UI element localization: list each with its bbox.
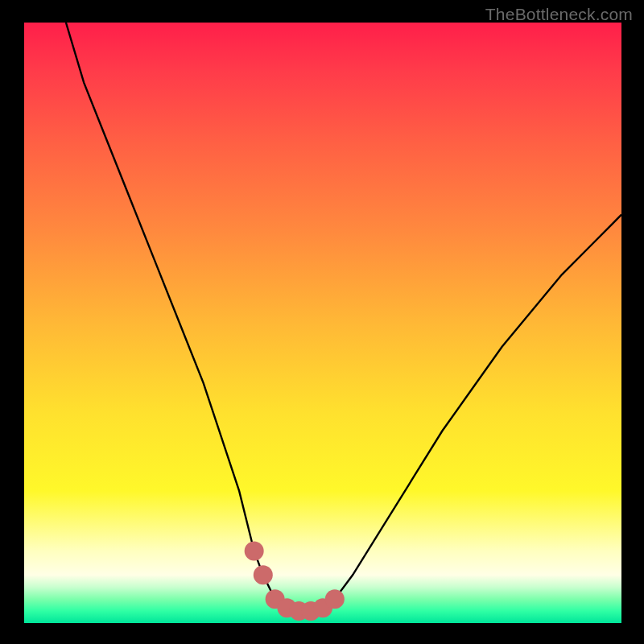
marker-dot — [325, 589, 345, 609]
marker-group — [245, 541, 345, 621]
bottleneck-curve — [66, 23, 621, 611]
watermark-text: TheBottleneck.com — [485, 5, 633, 24]
plot-area — [24, 23, 621, 623]
outer-frame: TheBottleneck.com — [0, 0, 644, 644]
marker-dot — [245, 541, 264, 560]
bottleneck-chart-svg — [24, 23, 621, 623]
marker-dot — [254, 565, 273, 584]
